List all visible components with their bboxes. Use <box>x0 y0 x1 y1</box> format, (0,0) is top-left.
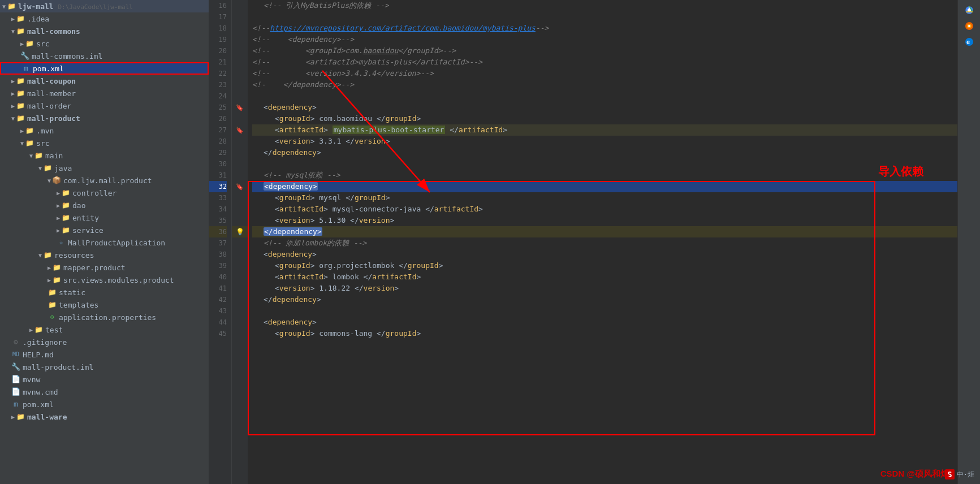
file-icon: 📄 <box>11 375 20 384</box>
sidebar-item-dao[interactable]: ▶ 📁 dao <box>0 199 209 211</box>
folder-icon: 📁 <box>61 188 70 197</box>
csdn-badge: CSDN @硕风和炬 <box>880 469 949 479</box>
expand-arrow: ▼ <box>20 140 24 146</box>
git-icon: ⚙ <box>11 338 20 347</box>
code-line-32: <dependency> <box>252 181 957 192</box>
sidebar-item-mall-product-iml[interactable]: 🔧 mall-product.iml <box>0 361 209 373</box>
sidebar-item-resources[interactable]: ▼ 📁 resources <box>0 249 209 261</box>
bookmark-icon: 🔖 <box>236 104 244 111</box>
right-toolbar[interactable]: e <box>957 0 980 484</box>
sidebar-item-mall-commons-iml[interactable]: 🔧 mall-commons.iml <box>0 50 209 62</box>
code-line-33: <groupId> mysql </groupId> <box>252 192 957 204</box>
zh-icon: 中·炬 <box>957 470 974 479</box>
sidebar-item-mapper-product[interactable]: ▶ 📁 mapper.product <box>0 261 209 274</box>
code-line-20: <!-- <groupId>com.baomidou</groupId>--> <box>252 45 957 57</box>
code-content[interactable]: <!-- 引入MyBatisPlus的依赖 --> <!-- https://m… <box>248 0 957 484</box>
expand-arrow: ▼ <box>29 153 33 159</box>
sidebar-item-mvn[interactable]: ▶ 📁 .mvn <box>0 124 209 137</box>
sidebar-item-mall-product[interactable]: ▼ 📁 mall-product <box>0 112 209 124</box>
sidebar-item-mall-member[interactable]: ▶ 📁 mall-member <box>0 87 209 100</box>
folder-icon: 📁 <box>16 114 25 123</box>
bookmark-icon: 🔖 <box>236 127 244 134</box>
sidebar-item-main[interactable]: ▼ 📁 main <box>0 149 209 162</box>
sidebar-item-mvnw-cmd[interactable]: 📄 mvnw.cmd <box>0 386 209 398</box>
code-line-30 <box>252 158 957 170</box>
mvn-link[interactable]: https://mvnrepository.com/artifact/com.b… <box>270 23 536 34</box>
code-line-43 <box>252 305 957 317</box>
sidebar-item-static[interactable]: 📁 static <box>0 286 209 299</box>
expand-arrow: ▼ <box>2 3 6 10</box>
folder-icon: 📁 <box>16 14 25 23</box>
sidebar-item-help-md[interactable]: MD HELP.md <box>0 348 209 361</box>
code-line-18: <!-- https://mvnrepository.com/artifact/… <box>252 23 957 34</box>
folder-icon: 📁 <box>61 213 70 222</box>
folder-icon: 📁 <box>16 101 25 110</box>
code-line-26: <groupId> com.baomidou </groupId> <box>252 113 957 124</box>
file-icon: 📄 <box>11 387 20 396</box>
code-editor[interactable]: 16 17 18 19 20 21 22 23 24 25 26 27 28 2… <box>209 0 957 484</box>
folder-icon: 📁 <box>16 27 25 36</box>
file-tree[interactable]: ▼ 📁 ljw-mall D:\JavaCode\ljw-mall ▶ 📁 .i… <box>0 0 209 484</box>
expand-arrow: ▼ <box>38 165 42 171</box>
firefox-icon[interactable] <box>964 20 975 32</box>
sidebar-item-package[interactable]: ▼ 📦 com.ljw.mall.product <box>0 174 209 187</box>
code-line-42: </dependency> <box>252 294 957 305</box>
code-line-25: <dependency> <box>252 102 957 113</box>
package-icon: 📦 <box>52 176 61 185</box>
iml-icon: 🔧 <box>11 362 20 371</box>
sidebar-item-mall-ware[interactable]: ▶ 📁 mall-ware <box>0 410 209 423</box>
sidebar-item-pom-xml[interactable]: m pom.xml <box>0 62 209 75</box>
sidebar-item-controller[interactable]: ▶ 📁 controller <box>0 187 209 199</box>
sidebar-item-entity[interactable]: ▶ 📁 entity <box>0 211 209 224</box>
bulb-icon[interactable]: 💡 <box>236 228 244 236</box>
chrome-icon[interactable] <box>964 5 975 16</box>
expand-arrow: ▶ <box>57 202 60 209</box>
sidebar-item-ljw-mall[interactable]: ▼ 📁 ljw-mall D:\JavaCode\ljw-mall <box>0 0 209 12</box>
sidebar-item-src[interactable]: ▼ 📁 src <box>0 137 209 149</box>
sidebar-item-application-properties[interactable]: ⚙ application.properties <box>0 311 209 323</box>
sidebar-item-mall-coupon[interactable]: ▶ 📁 mall-coupon <box>0 75 209 87</box>
code-line-35: <version> 5.1.30 </version> <box>252 215 957 226</box>
code-line-39: <groupId> org.projectlombok </groupId> <box>252 260 957 271</box>
sidebar-item-mall-order[interactable]: ▶ 📁 mall-order <box>0 100 209 112</box>
sidebar-item-gitignore[interactable]: ⚙ .gitignore <box>0 336 209 348</box>
code-line-37: <!-- 添加lombok的依赖 --> <box>252 237 957 249</box>
code-line-28: <version> 3.3.1 </version> <box>252 136 957 147</box>
code-line-17 <box>252 11 957 23</box>
sidebar-item-templates[interactable]: 📁 templates <box>0 299 209 311</box>
sidebar-item-service[interactable]: ▶ 📁 service <box>0 224 209 236</box>
expand-arrow: ▶ <box>29 327 33 333</box>
sidebar-item-test[interactable]: ▶ 📁 test <box>0 323 209 336</box>
line-numbers: 16 17 18 19 20 21 22 23 24 25 26 27 28 2… <box>209 0 232 484</box>
folder-icon: 📁 <box>61 226 70 235</box>
expand-arrow: ▼ <box>38 252 42 258</box>
code-line-38: <dependency> <box>252 249 957 260</box>
folder-icon: 📁 <box>48 300 57 309</box>
sidebar-item-java[interactable]: ▼ 📁 java <box>0 162 209 174</box>
expand-arrow: ▶ <box>57 215 60 221</box>
edge-icon[interactable]: e <box>964 36 975 47</box>
expand-arrow: ▼ <box>48 178 51 184</box>
folder-icon: 📁 <box>25 126 34 135</box>
expand-arrow: ▼ <box>11 115 15 122</box>
expand-arrow: ▼ <box>11 28 15 34</box>
folder-icon: 📁 <box>34 151 43 160</box>
folder-icon: 📁 <box>43 163 52 172</box>
sidebar-item-src-commons[interactable]: ▶ 📁 src <box>0 37 209 50</box>
folder-icon: 📁 <box>16 89 25 98</box>
code-line-27: <artifactId> mybatis-plus-boot-starter <… <box>252 124 957 136</box>
folder-icon: 📁 <box>43 250 52 260</box>
sidebar-item-idea[interactable]: ▶ 📁 .idea <box>0 12 209 25</box>
folder-icon: 📁 <box>52 263 61 272</box>
folder-icon: 📁 <box>25 139 34 148</box>
svg-text:e: e <box>966 39 970 45</box>
properties-icon: ⚙ <box>48 313 57 322</box>
code-line-36: </dependency> <box>252 226 957 237</box>
sidebar-item-mvnw[interactable]: 📄 mvnw <box>0 373 209 386</box>
sidebar-item-pom-xml-product[interactable]: m pom.xml <box>0 398 209 410</box>
sidebar-item-mall-product-application[interactable]: ☕ MallProductApplication <box>0 236 209 249</box>
sidebar-item-src-views[interactable]: ▶ 📁 src.views.modules.product <box>0 274 209 286</box>
sidebar-item-mall-commons[interactable]: ▼ 📁 mall-commons <box>0 25 209 37</box>
code-line-45: <groupId> commons-lang </groupId> <box>252 328 957 339</box>
folder-icon: 📁 <box>25 39 34 48</box>
